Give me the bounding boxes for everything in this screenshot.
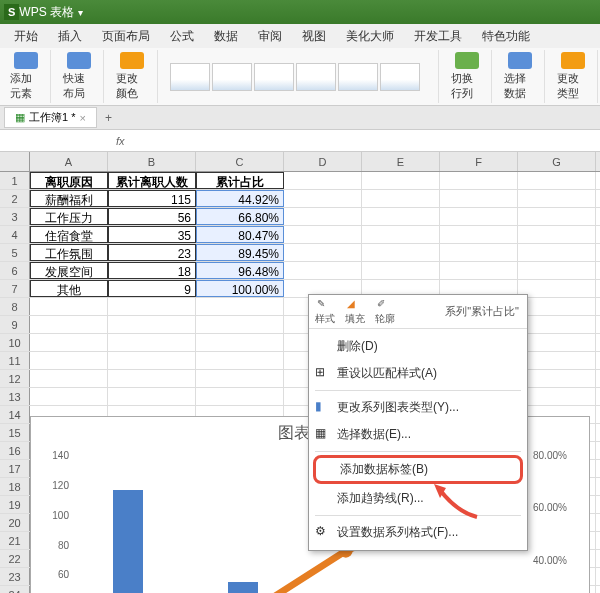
row-header[interactable]: 20	[0, 514, 30, 531]
change-color-button[interactable]: 更改颜色	[108, 50, 157, 103]
tab-layout[interactable]: 页面布局	[92, 24, 160, 49]
quick-layout-button[interactable]: 快速布局	[55, 50, 104, 103]
cell[interactable]	[108, 370, 196, 387]
cell[interactable]: 住宿食堂	[30, 226, 108, 243]
row-header[interactable]: 18	[0, 478, 30, 495]
cell[interactable]: 115	[108, 190, 196, 207]
cell[interactable]	[30, 370, 108, 387]
cell[interactable]	[196, 316, 284, 333]
cell[interactable]: 89.45%	[196, 244, 284, 261]
row-header[interactable]: 22	[0, 550, 30, 567]
cell[interactable]	[440, 244, 518, 261]
cell[interactable]	[518, 316, 596, 333]
select-data-button[interactable]: 选择数据	[496, 50, 545, 103]
row-header[interactable]: 6	[0, 262, 30, 279]
cell[interactable]: 9	[108, 280, 196, 297]
col-header-b[interactable]: B	[108, 152, 196, 171]
col-header-f[interactable]: F	[440, 152, 518, 171]
cell[interactable]	[440, 208, 518, 225]
chart-style-thumb[interactable]	[380, 63, 420, 91]
cell[interactable]	[284, 226, 362, 243]
col-header-e[interactable]: E	[362, 152, 440, 171]
row-header[interactable]: 7	[0, 280, 30, 297]
cell[interactable]	[518, 262, 596, 279]
cell[interactable]: 其他	[30, 280, 108, 297]
cell[interactable]	[30, 334, 108, 351]
chart-style-thumb[interactable]	[170, 63, 210, 91]
cell[interactable]	[518, 172, 596, 189]
row-header[interactable]: 9	[0, 316, 30, 333]
menu-add-trendline[interactable]: 添加趋势线(R)...	[309, 485, 527, 512]
cell[interactable]	[108, 388, 196, 405]
menu-change-chart-type[interactable]: ▮更改系列图表类型(Y)...	[309, 394, 527, 421]
cell[interactable]	[30, 388, 108, 405]
title-dropdown-icon[interactable]: ▾	[78, 7, 83, 18]
cell[interactable]	[440, 226, 518, 243]
cell[interactable]: 56	[108, 208, 196, 225]
tab-view[interactable]: 视图	[292, 24, 336, 49]
cell[interactable]	[362, 208, 440, 225]
chart-style-thumb[interactable]	[212, 63, 252, 91]
row-header[interactable]: 11	[0, 352, 30, 369]
cell[interactable]: 66.80%	[196, 208, 284, 225]
cell[interactable]	[30, 316, 108, 333]
row-header[interactable]: 15	[0, 424, 30, 441]
select-all-corner[interactable]	[0, 152, 30, 171]
row-header[interactable]: 19	[0, 496, 30, 513]
cell[interactable]	[30, 352, 108, 369]
menu-select-data[interactable]: ▦选择数据(E)...	[309, 421, 527, 448]
cell[interactable]	[518, 226, 596, 243]
row-header[interactable]: 8	[0, 298, 30, 315]
cell[interactable]	[518, 208, 596, 225]
style-button[interactable]: ✎样式	[315, 298, 335, 326]
outline-button[interactable]: ✐轮廓	[375, 298, 395, 326]
row-header[interactable]: 12	[0, 370, 30, 387]
cell[interactable]	[440, 262, 518, 279]
cell[interactable]	[196, 298, 284, 315]
cell[interactable]	[362, 244, 440, 261]
tab-dev[interactable]: 开发工具	[404, 24, 472, 49]
fx-icon[interactable]: fx	[108, 135, 133, 147]
fill-button[interactable]: ◢填充	[345, 298, 365, 326]
menu-format-series[interactable]: ⚙设置数据系列格式(F)...	[309, 519, 527, 546]
series-selector[interactable]: 系列"累计占比"	[443, 303, 521, 320]
row-header[interactable]: 17	[0, 460, 30, 477]
menu-add-data-label[interactable]: 添加数据标签(B)	[313, 455, 523, 484]
tab-start[interactable]: 开始	[4, 24, 48, 49]
row-header[interactable]: 2	[0, 190, 30, 207]
cell[interactable]	[362, 226, 440, 243]
menu-reset-style[interactable]: ⊞重设以匹配样式(A)	[309, 360, 527, 387]
row-header[interactable]: 23	[0, 568, 30, 585]
close-icon[interactable]: ×	[79, 112, 85, 124]
cell[interactable]	[196, 352, 284, 369]
cell[interactable]	[518, 280, 596, 297]
row-header[interactable]: 5	[0, 244, 30, 261]
cell[interactable]	[108, 352, 196, 369]
cell[interactable]: 累计离职人数	[108, 172, 196, 189]
col-header-a[interactable]: A	[30, 152, 108, 171]
cell[interactable]: 80.47%	[196, 226, 284, 243]
menu-delete[interactable]: 删除(D)	[309, 333, 527, 360]
cell[interactable]: 离职原因	[30, 172, 108, 189]
row-header[interactable]: 24	[0, 586, 30, 593]
cell[interactable]	[440, 190, 518, 207]
row-header[interactable]: 21	[0, 532, 30, 549]
cell[interactable]	[362, 190, 440, 207]
row-header[interactable]: 13	[0, 388, 30, 405]
cell[interactable]: 44.92%	[196, 190, 284, 207]
cell[interactable]	[518, 334, 596, 351]
cell[interactable]: 35	[108, 226, 196, 243]
col-header-d[interactable]: D	[284, 152, 362, 171]
row-header[interactable]: 14	[0, 406, 30, 423]
tab-beautify[interactable]: 美化大师	[336, 24, 404, 49]
switch-rc-button[interactable]: 切换行列	[443, 50, 492, 103]
cell[interactable]	[108, 316, 196, 333]
col-header-g[interactable]: G	[518, 152, 596, 171]
cell[interactable]	[108, 334, 196, 351]
cell[interactable]: 100.00%	[196, 280, 284, 297]
row-header[interactable]: 4	[0, 226, 30, 243]
cell[interactable]	[518, 298, 596, 315]
tab-feature[interactable]: 特色功能	[472, 24, 540, 49]
cell[interactable]: 23	[108, 244, 196, 261]
cell[interactable]	[518, 370, 596, 387]
